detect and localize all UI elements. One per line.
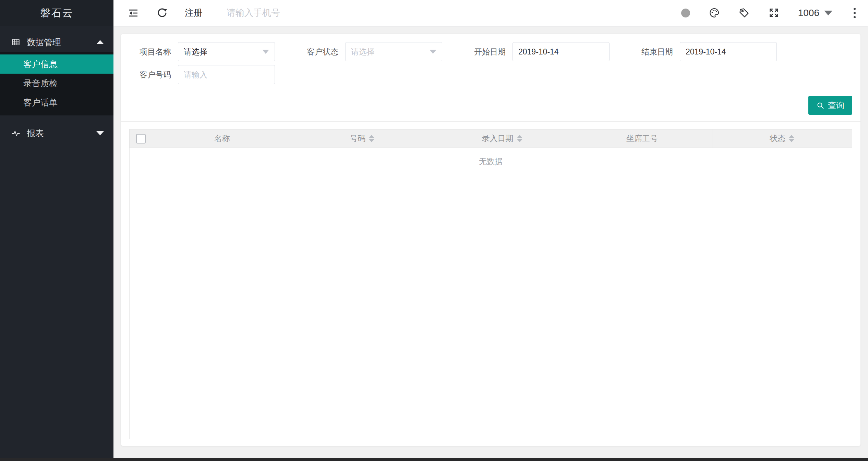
column-header-number[interactable]: 号码	[292, 129, 432, 148]
chevron-down-icon	[262, 50, 269, 54]
agent-id: 1006	[798, 8, 819, 18]
sort-icon[interactable]	[517, 135, 522, 142]
chevron-down-icon	[824, 11, 832, 15]
column-header-name[interactable]: 名称	[152, 129, 292, 148]
start-date-input[interactable]	[513, 42, 610, 61]
customer-number-label: 客户号码	[129, 70, 178, 80]
empty-state-text: 无数据	[479, 156, 503, 439]
sidebar-toggle-icon[interactable]	[128, 8, 139, 18]
column-header-entry-date[interactable]: 录入日期	[432, 129, 572, 148]
sidebar-item-call-records[interactable]: 客户话单	[0, 93, 113, 112]
sort-icon[interactable]	[789, 135, 794, 142]
grid-table-icon	[11, 38, 20, 47]
chevron-down-icon	[96, 131, 104, 135]
filter-form: 项目名称 请选择 客户状态 请选择	[121, 34, 860, 121]
chevron-down-icon	[430, 50, 436, 54]
table-section: 名称 号码 录入日期 坐席工号	[121, 122, 860, 446]
tag-icon[interactable]	[738, 7, 750, 18]
sidebar-group-label: 数据管理	[27, 37, 61, 48]
table-body: 无数据	[129, 148, 852, 439]
search-button-label: 查询	[828, 100, 844, 111]
sidebar-submenu: 客户信息 录音质检 客户话单	[0, 52, 113, 115]
column-header-status[interactable]: 状态	[712, 129, 852, 148]
refresh-icon[interactable]	[157, 8, 168, 18]
chevron-up-icon	[96, 40, 104, 44]
customer-number-input[interactable]	[178, 65, 275, 84]
project-select[interactable]: 请选择	[178, 42, 275, 61]
sidebar: 磐石云 数据管理 客户信息 录音质检 客户话单	[0, 0, 113, 461]
sidebar-item-recording-qc[interactable]: 录音质检	[0, 74, 113, 93]
select-all-checkbox[interactable]	[136, 134, 146, 144]
bottom-edge-bar	[0, 458, 868, 461]
app-root: 磐石云 数据管理 客户信息 录音质检 客户话单	[0, 0, 868, 461]
status-dot-icon[interactable]	[681, 9, 690, 17]
column-header-agent-id[interactable]: 坐席工号	[572, 129, 712, 148]
content-area: 项目名称 请选择 客户状态 请选择	[113, 26, 868, 461]
project-name-label: 项目名称	[129, 47, 178, 57]
end-date-input[interactable]	[680, 42, 777, 61]
theme-palette-icon[interactable]	[709, 7, 720, 18]
agent-dropdown[interactable]: 1006	[798, 8, 832, 18]
more-menu-icon[interactable]	[851, 7, 858, 20]
main-card: 项目名称 请选择 客户状态 请选择	[121, 34, 860, 446]
sidebar-item-customer-info[interactable]: 客户信息	[0, 54, 113, 74]
pulse-icon	[11, 129, 20, 138]
start-date-label: 开始日期	[464, 47, 513, 57]
register-button[interactable]: 注册	[185, 7, 203, 19]
top-toolbar: 注册	[113, 0, 868, 26]
search-icon	[816, 101, 824, 110]
table-header: 名称 号码 录入日期 坐席工号	[129, 129, 852, 148]
customer-status-select[interactable]: 请选择	[345, 42, 442, 61]
fullscreen-icon[interactable]	[768, 7, 780, 18]
search-button[interactable]: 查询	[808, 96, 852, 115]
sidebar-item-reports[interactable]: 报表	[0, 124, 113, 143]
end-date-label: 结束日期	[631, 47, 680, 57]
app-logo: 磐石云	[0, 0, 113, 26]
phone-number-input[interactable]	[227, 8, 371, 18]
toolbar-right-icons: 1006	[681, 7, 858, 20]
sidebar-item-data-management[interactable]: 数据管理	[0, 33, 113, 52]
customer-status-label: 客户状态	[297, 47, 345, 57]
sort-icon[interactable]	[369, 135, 374, 142]
sidebar-group-label: 报表	[27, 128, 44, 139]
main-area: 注册	[113, 0, 868, 461]
